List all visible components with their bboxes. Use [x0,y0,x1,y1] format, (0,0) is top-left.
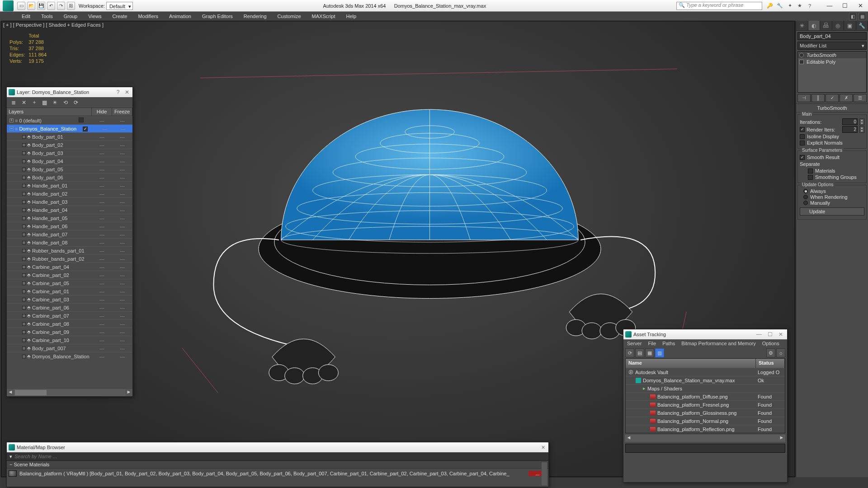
add-to-layer-icon[interactable]: ＋ [30,99,38,106]
mat-scene-materials-rollout[interactable]: Scene Materials [7,461,548,469]
layer-row[interactable]: ⬘Carbine_part_08—— [7,319,132,328]
render-iters-arrows[interactable]: ▲▼ [859,126,864,133]
iterations-spinner[interactable]: 0 [842,118,858,125]
render-iters-checkbox[interactable]: ✓ [800,127,805,132]
layer-row[interactable]: ⬘Body_part_007—— [7,344,132,352]
layer-row[interactable]: ⬘Handle_part_06—— [7,222,132,230]
asset-options1-icon[interactable]: ⚙ [766,348,775,357]
selected-object-name[interactable]: Body_part_04 [797,32,867,40]
menu-maxscript[interactable]: MAXScript [307,12,341,21]
modifier-list-dropdown[interactable]: Modifier List [797,42,867,50]
toolbar-redo-icon[interactable]: ↷ [57,2,65,10]
select-layer-icon[interactable]: ▦ [41,99,48,106]
modifier-turbosmooth[interactable]: TurboSmooth [798,52,866,58]
asset-minimize-button[interactable]: — [755,331,764,338]
tab-utilities-icon[interactable]: 🔧 [856,21,868,30]
layer-title-bar[interactable]: Layer: Domyos_Balance_Station ? ✕ [7,87,132,97]
update-manually-radio[interactable]: Manually [800,200,864,206]
help-search-input[interactable]: Type a keyword or phrase [676,2,762,10]
layer-row[interactable]: ⬘Carbine_part_09—— [7,328,132,336]
configure-sets-icon[interactable]: ☰ [854,94,867,102]
subscription-icon[interactable]: 🔧 [776,2,784,10]
menu-graph-editors[interactable]: Graph Editors [197,12,238,21]
menu-customize[interactable]: Customize [272,12,307,21]
col-layers[interactable]: Layers [7,108,92,116]
new-layer-icon[interactable]: ≣ [9,99,17,106]
layer-row[interactable]: ⬘Carbine_part_07—— [7,311,132,319]
menu-views[interactable]: Views [83,12,107,21]
tab-hierarchy-icon[interactable]: 品 [820,21,832,30]
menu-help[interactable]: Help [341,12,362,21]
asset-menu-options[interactable]: Options [762,341,779,346]
layer-row[interactable]: ⬘Carbine_part_10—— [7,336,132,344]
asset-row[interactable]: ▸Maps / Shaders [626,384,785,392]
menu-rendering[interactable]: Rendering [238,12,272,21]
toolbar-undo-icon[interactable]: ↶ [47,2,55,10]
layer-row[interactable]: ⬘Carbine_part_05—— [7,279,132,287]
highlight-layer-icon[interactable]: ☀ [51,99,59,106]
layer-row[interactable]: ⬘Rubber_bands_part_01—— [7,246,132,254]
mat-item-row[interactable]: Balancing_platform ( VRayMtl ) [Body_par… [7,469,548,479]
viewport-label[interactable]: [ + ] [ Perspective ] [ Shaded + Edged F… [3,22,104,28]
tab-create-icon[interactable]: ✳ [796,21,808,30]
isoline-checkbox[interactable]: Isoline Display [800,134,864,139]
layer-row[interactable]: ⬘Carbine_part_03—— [7,295,132,303]
asset-title-bar[interactable]: Asset Tracking — ☐ ✕ [623,329,787,339]
material-swatch-icon[interactable] [9,470,17,477]
separate-materials-checkbox[interactable]: Materials [800,168,864,174]
asset-menu-file[interactable]: File [648,341,656,346]
layer-row[interactable]: ⬘Body_part_06—— [7,173,132,181]
toolbar-save-icon[interactable]: 💾 [37,2,45,10]
layer-row[interactable]: ⬘Handle_part_08—— [7,238,132,246]
asset-menu-paths[interactable]: Paths [662,341,675,346]
remove-modifier-icon[interactable]: ✗ [840,94,853,102]
asset-options2-icon[interactable]: ☼ [776,348,785,357]
modifier-stack[interactable]: TurboSmooth Editable Poly [797,51,867,93]
layer-row[interactable]: ⬘Body_part_04—— [7,157,132,165]
mat-search-menu-icon[interactable]: ▾ [9,454,12,460]
asset-view1-icon[interactable]: ▤ [635,348,644,357]
tab-motion-icon[interactable]: ◎ [832,21,844,30]
col-name[interactable]: Name [626,359,756,368]
layer-row[interactable]: ⬘Body_part_01—— [7,132,132,141]
asset-row[interactable]: Domyos_Balance_Station_max_vray.maxOk [626,376,785,384]
asset-row[interactable]: Balancing_platform_Reflection.pngFound [626,425,785,433]
asset-menu-server[interactable]: Server [627,341,642,346]
layer-row[interactable]: ⬘Handle_part_02—— [7,189,132,197]
menu-edit[interactable]: Edit [16,12,36,21]
asset-refresh-icon[interactable]: ⟳ [625,348,634,357]
favorites-icon[interactable]: ★ [796,2,804,10]
toolbar-link-icon[interactable]: ⛓ [67,2,75,10]
update-when-rendering-radio[interactable]: When Rendering [800,194,864,200]
hide-layer-icon[interactable]: ⟲ [61,99,69,106]
asset-row[interactable]: Balancing_platform_Fresnel.pngFound [626,400,785,408]
asset-view3-icon[interactable]: ▥ [655,348,664,357]
layer-row[interactable]: −≡Domyos_Balance_Station—— [7,124,132,132]
col-freeze[interactable]: Freeze [112,108,132,116]
layer-row[interactable]: ⬘Body_part_03—— [7,149,132,157]
asset-h-scrollbar[interactable]: ◄► [625,435,785,442]
app-icon[interactable] [3,0,14,11]
col-status[interactable]: Status [756,359,785,368]
rollout-turbosmooth[interactable]: TurboSmooth [796,103,868,113]
pin-stack-icon[interactable]: ⊣ [797,94,811,102]
mat-close-button[interactable]: ✕ [539,445,547,450]
infocenter-icon[interactable]: 🔑 [766,2,774,10]
layer-row[interactable]: ⬘Rubber_bands_part_02—— [7,254,132,263]
menubar-icon-2[interactable]: ▦ [859,13,866,20]
layer-row[interactable]: ⬘Carbine_part_06—— [7,303,132,311]
close-button[interactable]: ✕ [853,1,868,11]
asset-row[interactable]: Balancing_platform_Normal.pngFound [626,417,785,425]
maximize-button[interactable]: ☐ [837,1,853,11]
menubar-icon-1[interactable]: ◧ [849,13,857,20]
modifier-editable-poly[interactable]: Editable Poly [798,58,866,65]
update-always-radio[interactable]: Always [800,188,864,194]
layer-row[interactable]: +≡0 (default)—— [7,116,132,124]
layer-row[interactable]: ⬘Carbine_part_02—— [7,271,132,279]
mat-search-input[interactable] [14,454,546,459]
menu-animation[interactable]: Animation [164,12,197,21]
layer-row[interactable]: ⬘Body_part_02—— [7,141,132,149]
layer-row[interactable]: ⬘Body_part_05—— [7,165,132,173]
toolbar-new-icon[interactable]: ▭ [17,2,25,10]
asset-row[interactable]: Balancing_platform_Glossiness.pngFound [626,408,785,417]
